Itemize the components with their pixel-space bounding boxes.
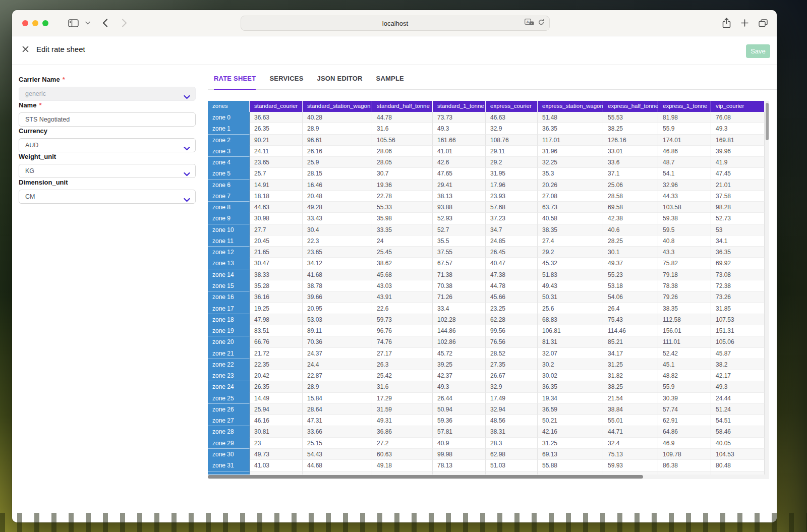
rate-cell[interactable]: 38.62 bbox=[372, 258, 433, 269]
rate-cell[interactable]: 75.13 bbox=[603, 449, 658, 460]
vertical-scrollbar-thumb[interactable] bbox=[766, 103, 769, 140]
rate-cell[interactable]: 22.35 bbox=[250, 359, 303, 370]
rate-cell[interactable]: 45.32 bbox=[538, 258, 603, 269]
rate-cell[interactable]: 25.42 bbox=[372, 370, 433, 381]
rate-cell[interactable]: 39.25 bbox=[433, 359, 486, 370]
rate-cell[interactable]: 43.3 bbox=[658, 247, 711, 258]
rate-cell[interactable]: 34.17 bbox=[603, 348, 658, 359]
rate-cell[interactable]: 49.3 bbox=[433, 381, 486, 392]
rate-cell[interactable]: 73.73 bbox=[433, 112, 486, 123]
rate-cell[interactable]: 36.63 bbox=[250, 112, 303, 123]
rate-cell[interactable]: 22.6 bbox=[372, 303, 433, 314]
rate-cell[interactable]: 57.68 bbox=[486, 202, 538, 213]
rate-cell[interactable]: 112.58 bbox=[658, 314, 711, 325]
rate-cell[interactable]: 50.21 bbox=[538, 415, 603, 426]
rate-cell[interactable]: 38.78 bbox=[303, 280, 372, 291]
rate-cell[interactable]: 27.7 bbox=[250, 224, 303, 235]
rate-cell[interactable]: 41.68 bbox=[303, 269, 372, 280]
rate-cell[interactable]: 35.98 bbox=[372, 213, 433, 224]
tab-services[interactable]: SERVICES bbox=[269, 71, 303, 89]
rate-cell[interactable]: 117.01 bbox=[538, 135, 603, 146]
chevron-down-icon[interactable] bbox=[85, 21, 90, 25]
rate-cell[interactable]: 31.25 bbox=[538, 438, 603, 449]
tab-json-editor[interactable]: JSON EDITOR bbox=[317, 71, 363, 89]
rate-cell[interactable]: 29.11 bbox=[486, 146, 538, 157]
rate-cell[interactable]: 30.4 bbox=[303, 224, 372, 235]
tab-rate-sheet[interactable]: RATE SHEET bbox=[214, 71, 256, 89]
rate-cell[interactable]: 26.44 bbox=[433, 393, 486, 404]
rate-cell[interactable]: 71.26 bbox=[433, 291, 486, 303]
rate-cell[interactable]: 96.61 bbox=[303, 135, 372, 146]
rate-cell[interactable]: 22.87 bbox=[303, 370, 372, 381]
rate-cell[interactable]: 14.49 bbox=[250, 393, 303, 404]
rate-cell[interactable]: 44.78 bbox=[372, 112, 433, 123]
rate-cell[interactable]: 28.58 bbox=[603, 191, 658, 202]
rate-cell[interactable]: 55.9 bbox=[658, 381, 711, 392]
rate-cell[interactable]: 59.38 bbox=[658, 213, 711, 224]
rate-cell[interactable]: 33.35 bbox=[372, 224, 433, 235]
rate-cell[interactable]: 36.86 bbox=[372, 426, 433, 437]
rate-cell[interactable]: 40.6 bbox=[603, 224, 658, 235]
rate-cell[interactable]: 21.65 bbox=[250, 247, 303, 258]
rate-cell[interactable]: 107.53 bbox=[711, 314, 765, 325]
rate-cell[interactable]: 46.9 bbox=[658, 438, 711, 449]
rate-cell[interactable]: 42.16 bbox=[538, 426, 603, 437]
rate-cell[interactable]: 32.96 bbox=[658, 180, 711, 191]
rate-cell[interactable]: 30.98 bbox=[250, 213, 303, 224]
rate-cell[interactable]: 33.6 bbox=[603, 157, 658, 168]
rate-cell[interactable]: 30.02 bbox=[538, 370, 603, 381]
rate-cell[interactable]: 64.86 bbox=[658, 426, 711, 437]
rate-cell[interactable]: 80.48 bbox=[711, 460, 765, 471]
save-button[interactable]: Save bbox=[746, 44, 770, 58]
rate-cell[interactable]: 29.2 bbox=[538, 247, 603, 258]
rate-cell[interactable]: 44.78 bbox=[486, 280, 538, 291]
rate-cell[interactable]: 25.06 bbox=[603, 180, 658, 191]
rate-cell[interactable]: 69.58 bbox=[603, 202, 658, 213]
rate-cell[interactable]: 50.94 bbox=[433, 404, 486, 415]
rate-cell[interactable]: 49.18 bbox=[372, 460, 433, 471]
rate-cell[interactable]: 53.18 bbox=[603, 280, 658, 291]
rate-cell[interactable]: 58.46 bbox=[711, 426, 765, 437]
rate-cell[interactable]: 144.86 bbox=[433, 325, 486, 336]
rate-cell[interactable]: 37.1 bbox=[603, 168, 658, 179]
rate-cell[interactable]: 45.87 bbox=[711, 348, 765, 359]
rate-cell[interactable]: 20.95 bbox=[303, 303, 372, 314]
rate-cell[interactable]: 51.83 bbox=[538, 269, 603, 280]
rate-cell[interactable]: 26.67 bbox=[486, 370, 538, 381]
rate-cell[interactable]: 43.03 bbox=[372, 280, 433, 291]
rate-cell[interactable]: 50.31 bbox=[538, 291, 603, 303]
rate-cell[interactable]: 29.41 bbox=[433, 180, 486, 191]
rate-cell[interactable]: 40.47 bbox=[486, 258, 538, 269]
rate-cell[interactable]: 49.37 bbox=[603, 258, 658, 269]
rate-cell[interactable]: 19.25 bbox=[250, 303, 303, 314]
rate-cell[interactable]: 28.3 bbox=[486, 438, 538, 449]
rate-cell[interactable]: 26.4 bbox=[603, 303, 658, 314]
rate-cell[interactable]: 57.74 bbox=[658, 404, 711, 415]
rate-cell[interactable]: 25.6 bbox=[538, 303, 603, 314]
rate-cell[interactable]: 49.3 bbox=[433, 123, 486, 134]
rate-cell[interactable]: 174.01 bbox=[658, 135, 711, 146]
rate-cell[interactable]: 19.34 bbox=[538, 393, 603, 404]
rate-cell[interactable]: 109.78 bbox=[658, 449, 711, 460]
translate-icon[interactable]: A x bbox=[525, 19, 534, 28]
rate-cell[interactable]: 17.96 bbox=[486, 180, 538, 191]
vertical-scrollbar[interactable] bbox=[765, 101, 769, 475]
rate-cell[interactable]: 37.58 bbox=[711, 191, 765, 202]
rate-cell[interactable]: 47.65 bbox=[433, 168, 486, 179]
rate-cell[interactable]: 45.72 bbox=[433, 348, 486, 359]
rate-cell[interactable]: 37.55 bbox=[433, 247, 486, 258]
rate-cell[interactable]: 30.1 bbox=[603, 247, 658, 258]
rate-cell[interactable]: 22.78 bbox=[372, 191, 433, 202]
carrier-name-select[interactable]: generic bbox=[19, 87, 196, 101]
sidebar-toggle-icon[interactable] bbox=[68, 19, 79, 27]
rate-cell[interactable]: 29.2 bbox=[486, 157, 538, 168]
rate-cell[interactable]: 99.56 bbox=[486, 325, 538, 336]
rate-cell[interactable]: 17.29 bbox=[372, 393, 433, 404]
rate-cell[interactable]: 71.38 bbox=[433, 269, 486, 280]
rate-cell[interactable]: 41.03 bbox=[250, 460, 303, 471]
rate-cell[interactable]: 32.25 bbox=[538, 157, 603, 168]
rate-cell[interactable]: 73.08 bbox=[711, 269, 765, 280]
rate-cell[interactable]: 105.56 bbox=[372, 135, 433, 146]
rate-cell[interactable]: 44.68 bbox=[303, 460, 372, 471]
rate-cell[interactable]: 52.73 bbox=[711, 213, 765, 224]
